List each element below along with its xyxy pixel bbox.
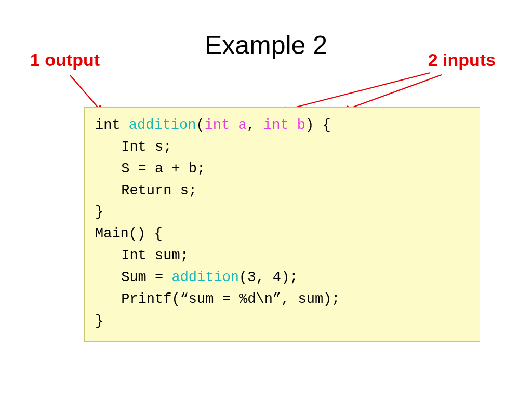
l8-post: (3, 4); [239, 270, 298, 285]
code-line-8: Sum = addition(3, 4); [95, 267, 469, 289]
param-b: int b [263, 117, 305, 133]
l8-pre: Sum = [121, 270, 171, 285]
label-output: 1 output [30, 50, 100, 70]
code-line-7: Int sum; [95, 245, 469, 267]
param-a: int a [205, 117, 247, 133]
svg-line-1 [278, 73, 430, 112]
code-block: int addition(int a, int b) { Int s; S = … [84, 107, 480, 342]
code-line-5: } [95, 202, 469, 223]
code-line-9: Printf(“sum = %d\n”, sum); [95, 289, 469, 311]
keyword-int: int [95, 117, 121, 133]
code-line-2: Int s; [95, 137, 469, 158]
code-line-6: Main() { [95, 223, 469, 245]
code-line-10: } [95, 311, 469, 332]
code-line-3: S = a + b; [95, 158, 469, 180]
fn-name: addition [129, 117, 196, 133]
code-line-1: int addition(int a, int b) { [95, 115, 469, 137]
fn-call: addition [171, 270, 239, 285]
code-line-4: Return s; [95, 180, 469, 202]
line1-tail: ) { [305, 117, 331, 133]
svg-line-2 [340, 75, 442, 112]
label-inputs: 2 inputs [428, 50, 496, 70]
param-sep: , [247, 117, 255, 133]
